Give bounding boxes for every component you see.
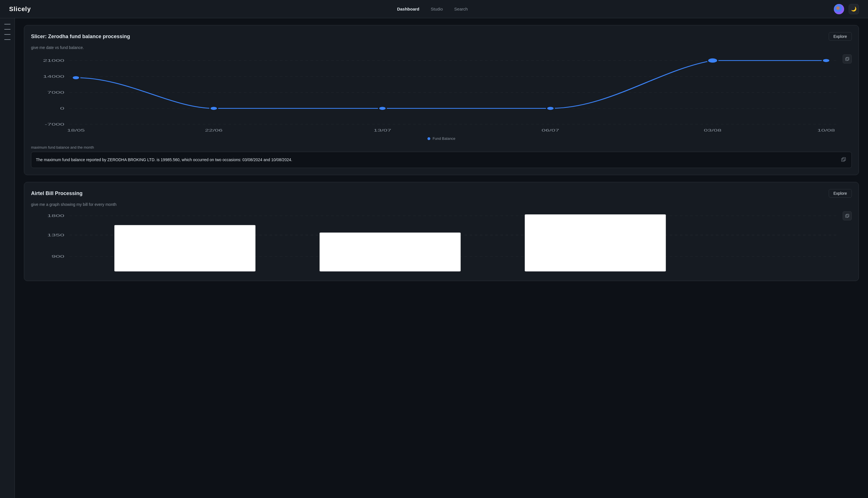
sidebar-menu-icon-1[interactable] bbox=[4, 24, 11, 25]
main-content: Slicer: Zerodha fund balance processing … bbox=[15, 18, 868, 498]
svg-text:900: 900 bbox=[52, 254, 64, 259]
zerodha-chart-legend: Fund Balance bbox=[31, 136, 852, 141]
copy-icon-2 bbox=[841, 157, 846, 162]
svg-point-22 bbox=[378, 106, 386, 110]
avatar[interactable] bbox=[834, 4, 844, 14]
sidebar-menu-icon-3[interactable] bbox=[4, 34, 11, 35]
airtel-card-header: Airtel Bill Processing Explore bbox=[31, 189, 852, 198]
airtel-card-title: Airtel Bill Processing bbox=[31, 191, 82, 196]
svg-point-0 bbox=[834, 4, 844, 14]
zerodha-query: give me date vs fund balance. bbox=[31, 45, 852, 50]
zerodha-chart-container: 21000 14000 7000 0 -7000 18/05 22/06 13/… bbox=[31, 54, 852, 134]
copy-icon-3 bbox=[845, 214, 849, 218]
nav-links: Dashboard Studio Search bbox=[397, 6, 468, 11]
svg-text:06/07: 06/07 bbox=[542, 128, 559, 132]
svg-point-20 bbox=[72, 76, 80, 79]
zerodha-card-title: Slicer: Zerodha fund balance processing bbox=[31, 34, 130, 40]
svg-text:1800: 1800 bbox=[47, 213, 64, 218]
sidebar bbox=[0, 18, 15, 498]
copy-icon bbox=[845, 57, 849, 61]
svg-rect-27 bbox=[843, 157, 845, 161]
zerodha-explore-button[interactable]: Explore bbox=[829, 32, 852, 41]
zerodha-info-copy-button[interactable] bbox=[840, 156, 847, 164]
legend-dot bbox=[427, 137, 430, 140]
zerodha-info-card: The maximum fund balance reported by ZER… bbox=[31, 152, 852, 168]
svg-rect-38 bbox=[525, 214, 666, 271]
svg-text:14000: 14000 bbox=[43, 74, 64, 78]
svg-text:18/05: 18/05 bbox=[67, 128, 85, 132]
svg-text:0: 0 bbox=[60, 106, 64, 110]
app-logo: Slicely bbox=[9, 5, 31, 13]
svg-point-21 bbox=[210, 106, 218, 110]
svg-rect-26 bbox=[842, 158, 844, 161]
nav-right: 🌙 bbox=[834, 4, 859, 14]
zerodha-card: Slicer: Zerodha fund balance processing … bbox=[24, 25, 859, 175]
zerodha-info-text: The maximum fund balance reported by ZER… bbox=[36, 157, 292, 163]
svg-text:-7000: -7000 bbox=[45, 122, 64, 126]
navbar: Slicely Dashboard Studio Search 🌙 bbox=[0, 0, 868, 18]
theme-toggle-button[interactable]: 🌙 bbox=[849, 4, 859, 14]
svg-point-24 bbox=[707, 58, 718, 63]
svg-point-25 bbox=[822, 58, 830, 62]
svg-rect-37 bbox=[320, 233, 461, 271]
zerodha-info-label: maximum fund balance and the month bbox=[31, 145, 852, 149]
svg-text:21000: 21000 bbox=[43, 58, 64, 62]
airtel-bar-chart: 1800 1350 900 bbox=[31, 211, 852, 274]
svg-text:03/08: 03/08 bbox=[704, 128, 721, 132]
zerodha-card-header: Slicer: Zerodha fund balance processing … bbox=[31, 32, 852, 41]
zerodha-chart-copy-button[interactable] bbox=[843, 54, 852, 64]
svg-text:7000: 7000 bbox=[47, 90, 64, 94]
sidebar-menu-icon-2[interactable] bbox=[4, 29, 11, 30]
nav-search[interactable]: Search bbox=[454, 6, 468, 11]
page-layout: Slicer: Zerodha fund balance processing … bbox=[0, 18, 868, 498]
airtel-chart-copy-button[interactable] bbox=[843, 211, 852, 220]
nav-studio[interactable]: Studio bbox=[431, 6, 443, 11]
svg-text:1350: 1350 bbox=[47, 233, 64, 237]
sidebar-menu-icon-4[interactable] bbox=[4, 39, 11, 40]
airtel-card: Airtel Bill Processing Explore give me a… bbox=[24, 182, 859, 281]
svg-text:10/08: 10/08 bbox=[817, 128, 835, 132]
svg-text:13/07: 13/07 bbox=[374, 128, 391, 132]
airtel-query: give me a graph showing my bill for ever… bbox=[31, 202, 852, 207]
legend-label: Fund Balance bbox=[432, 136, 455, 141]
avatar-image bbox=[834, 4, 844, 14]
svg-rect-36 bbox=[115, 225, 256, 271]
zerodha-line-chart: 21000 14000 7000 0 -7000 18/05 22/06 13/… bbox=[31, 54, 852, 134]
nav-dashboard[interactable]: Dashboard bbox=[397, 6, 419, 11]
svg-point-23 bbox=[547, 106, 555, 110]
svg-text:22/06: 22/06 bbox=[205, 128, 223, 132]
airtel-chart-container: 1800 1350 900 bbox=[31, 211, 852, 274]
airtel-explore-button[interactable]: Explore bbox=[829, 189, 852, 198]
